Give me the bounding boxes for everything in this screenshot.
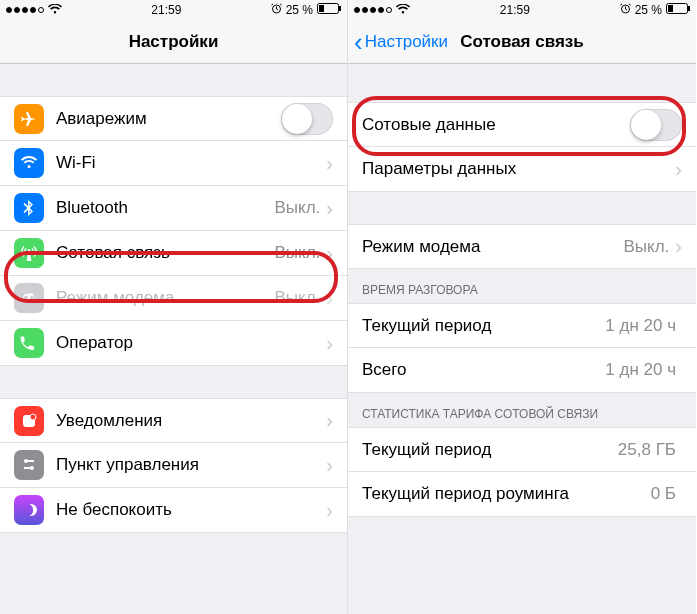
nav-title: Сотовая связь [460,32,584,52]
label: Режим модема [362,237,623,257]
row-current-period: Текущий период 1 дн 20 ч [348,303,696,348]
chevron-icon: › [326,332,333,355]
label: Уведомления [56,411,326,431]
value: Выкл. [274,198,320,218]
svg-rect-7 [28,460,34,462]
row-stats-current: Текущий период 25,8 ГБ [348,427,696,472]
chevron-icon: › [326,152,333,175]
svg-point-6 [24,459,28,463]
chevron-icon: › [326,242,333,265]
phone-settings-root: 21:59 25 % Настройки Авиарежим Wi-Fi [0,0,348,614]
label: Сотовая связь [56,243,274,263]
battery-icon [666,3,690,17]
label: Авиарежим [56,109,281,129]
label: Сотовые данные [362,115,630,135]
battery-icon [317,3,341,17]
label: Режим модема [56,288,274,308]
value: Выкл. [274,243,320,263]
chevron-icon: › [326,454,333,477]
chevron-icon: › [675,235,682,258]
alarm-icon [620,3,631,17]
row-dnd[interactable]: Не беспокоить › [0,488,347,533]
label: Bluetooth [56,198,274,218]
value: 0 Б [651,484,676,504]
row-carrier[interactable]: Оператор › [0,321,347,366]
nav-title: Настройки [129,32,219,52]
dnd-icon [14,495,44,525]
svg-rect-2 [319,5,324,12]
header-call-time: ВРЕМЯ РАЗГОВОРА [348,269,696,303]
svg-rect-12 [668,5,673,12]
hotspot-icon [14,283,44,313]
status-time: 21:59 [151,3,181,17]
svg-rect-3 [339,6,341,11]
status-time: 21:59 [500,3,530,17]
cellular-icon [14,238,44,268]
carrier-icon [14,328,44,358]
row-hotspot: Режим модема Выкл. › [0,276,347,321]
row-wifi[interactable]: Wi-Fi › [0,141,347,186]
bluetooth-icon [14,193,44,223]
chevron-icon: › [326,287,333,310]
wifi-icon [396,3,410,17]
airplane-toggle[interactable] [281,103,333,135]
label: Wi-Fi [56,153,326,173]
row-notifications[interactable]: Уведомления › [0,398,347,443]
battery-text: 25 % [635,3,662,17]
label: Текущий период роуминга [362,484,651,504]
label: Текущий период [362,316,605,336]
status-bar: 21:59 25 % [0,0,347,20]
row-bluetooth[interactable]: Bluetooth Выкл. › [0,186,347,231]
back-button[interactable]: ‹ Настройки [354,29,448,55]
label: Не беспокоить [56,500,326,520]
svg-point-8 [30,466,34,470]
svg-rect-9 [24,467,30,469]
nav-bar: ‹ Настройки Сотовая связь [348,20,696,64]
svg-rect-13 [688,6,690,11]
chevron-icon: › [326,499,333,522]
back-label: Настройки [365,32,448,52]
row-stats-roaming: Текущий период роуминга 0 Б [348,472,696,517]
svg-point-5 [30,414,36,420]
signal-dots [6,7,44,13]
row-airplane[interactable]: Авиарежим [0,96,347,141]
alarm-icon [271,3,282,17]
label: Текущий период [362,440,618,460]
airplane-icon [14,104,44,134]
wifi-settings-icon [14,148,44,178]
row-total: Всего 1 дн 20 ч [348,348,696,393]
phone-cellular: 21:59 25 % ‹ Настройки Сотовая связь Сот… [348,0,696,614]
label: Параметры данных [362,159,675,179]
label: Всего [362,360,605,380]
wifi-icon [48,3,62,17]
chevron-left-icon: ‹ [354,29,363,55]
cellular-data-toggle[interactable] [630,109,682,141]
value: Выкл. [274,288,320,308]
row-data-options[interactable]: Параметры данных › [348,147,696,192]
notifications-icon [14,406,44,436]
value: 25,8 ГБ [618,440,676,460]
header-cell-stats: СТАТИСТИКА ТАРИФА СОТОВОЙ СВЯЗИ [348,393,696,427]
chevron-icon: › [326,409,333,432]
label: Оператор [56,333,326,353]
status-bar: 21:59 25 % [348,0,696,20]
value: Выкл. [623,237,669,257]
value: 1 дн 20 ч [605,316,676,336]
value: 1 дн 20 ч [605,360,676,380]
control-center-icon [14,450,44,480]
chevron-icon: › [675,158,682,181]
nav-bar: Настройки [0,20,347,64]
battery-text: 25 % [286,3,313,17]
row-hotspot[interactable]: Режим модема Выкл. › [348,224,696,269]
row-cellular-data[interactable]: Сотовые данные [348,102,696,147]
signal-dots [354,7,392,13]
chevron-icon: › [326,197,333,220]
row-control-center[interactable]: Пункт управления › [0,443,347,488]
row-cellular[interactable]: Сотовая связь Выкл. › [0,231,347,276]
label: Пункт управления [56,455,326,475]
